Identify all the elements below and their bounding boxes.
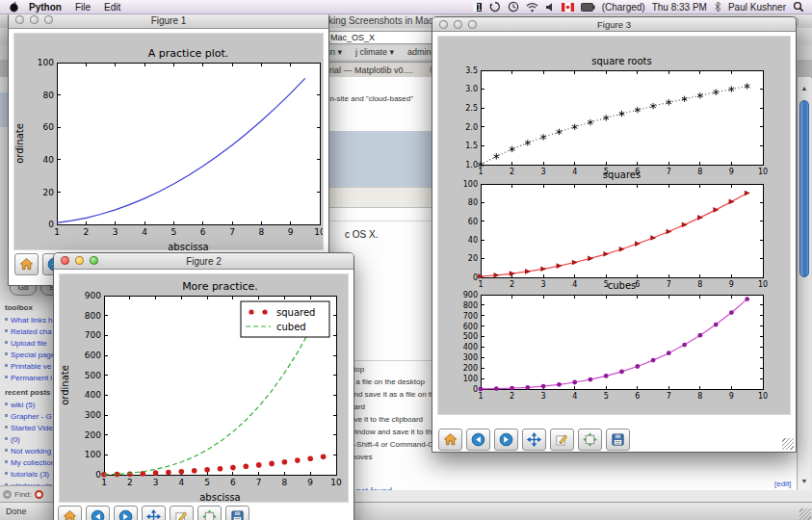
- svg-text:10: 10: [330, 478, 342, 487]
- save-button[interactable]: [225, 506, 249, 520]
- svg-text:600: 600: [85, 351, 101, 360]
- svg-text:9: 9: [307, 478, 313, 487]
- page-list-line: ktop: [350, 365, 442, 377]
- bluetooth-icon[interactable]: [714, 1, 721, 13]
- menu-python[interactable]: Python: [29, 2, 62, 13]
- close-button[interactable]: [439, 20, 448, 29]
- svg-text:60: 60: [468, 218, 478, 226]
- toolbox-link[interactable]: What links h: [5, 316, 55, 327]
- svg-text:0: 0: [95, 470, 101, 480]
- apple-menu[interactable]: [9, 1, 19, 13]
- toolbox-link[interactable]: Permanent l: [5, 374, 55, 385]
- pan-icon: [146, 509, 161, 520]
- recent-post-link[interactable]: (0): [5, 435, 55, 447]
- save-icon: [230, 509, 245, 520]
- svg-text:200: 200: [85, 430, 101, 440]
- svg-text:7: 7: [229, 227, 235, 237]
- svg-text:5: 5: [170, 227, 176, 237]
- zoom-button[interactable]: [170, 506, 194, 520]
- minimize-button[interactable]: [30, 15, 39, 24]
- not-found-link[interactable]: e not found: [349, 486, 392, 490]
- recent-post-link[interactable]: My collection: [5, 458, 55, 470]
- home-icon: [63, 509, 77, 520]
- svg-text:100: 100: [38, 58, 54, 67]
- subplots-button[interactable]: [197, 506, 222, 520]
- browser-scrollbar: ▲ ▼: [797, 77, 811, 490]
- pan-button[interactable]: [142, 506, 166, 520]
- svg-text:300: 300: [463, 353, 478, 362]
- recent-post-link[interactable]: wiki (5): [5, 401, 55, 412]
- zoom-button[interactable]: [550, 429, 574, 451]
- zoom-icon: [555, 432, 569, 447]
- forward-button[interactable]: [494, 429, 518, 451]
- svg-text:7: 7: [667, 392, 671, 401]
- volume-icon[interactable]: [545, 2, 555, 13]
- recent-post-link[interactable]: Not working: [5, 447, 55, 458]
- toolbox-link[interactable]: Related cha: [5, 327, 55, 339]
- spotlight-icon[interactable]: [793, 1, 804, 13]
- svg-text:100: 100: [463, 375, 478, 383]
- minimize-button[interactable]: [75, 256, 84, 265]
- figure1-titlebar[interactable]: Figure 1: [9, 13, 328, 29]
- find-field-icon[interactable]: [35, 490, 43, 499]
- forward-button[interactable]: [114, 506, 138, 520]
- wifi-icon[interactable]: [526, 2, 538, 13]
- figure3-resize-grip[interactable]: [782, 438, 794, 450]
- svg-text:2: 2: [510, 392, 514, 401]
- pan-button[interactable]: [522, 429, 546, 451]
- svg-text:100: 100: [463, 180, 478, 189]
- figure2-titlebar[interactable]: Figure 2: [54, 253, 354, 270]
- tab-matplotlib-tutorial[interactable]: orial — Matplotlib v0.... ×: [320, 62, 443, 77]
- battery-icon[interactable]: [581, 3, 595, 12]
- url-field[interactable]: _Mac_OS_X: [322, 31, 445, 44]
- app-window-icon[interactable]: 1: [472, 2, 483, 13]
- home-button[interactable]: [14, 253, 39, 275]
- save-button[interactable]: [606, 429, 630, 451]
- home-button[interactable]: [58, 506, 82, 520]
- zoom-button[interactable]: [468, 20, 477, 29]
- figure2-toolbar: [58, 506, 249, 520]
- svg-text:8: 8: [282, 478, 288, 487]
- back-button[interactable]: [466, 429, 490, 451]
- menu-username[interactable]: Paul Kushner: [728, 2, 786, 13]
- browser-resize-grip[interactable]: [799, 508, 811, 520]
- svg-text:3: 3: [153, 478, 159, 487]
- edit-link[interactable]: [edit]: [774, 480, 791, 488]
- svg-text:200: 200: [463, 364, 478, 373]
- status-text: Done: [6, 507, 27, 516]
- recent-post-link[interactable]: Grapher - G: [5, 412, 55, 424]
- close-button[interactable]: [61, 256, 69, 265]
- close-button[interactable]: [15, 15, 24, 24]
- find-close-icon[interactable]: ×: [3, 490, 12, 499]
- svg-text:1: 1: [477, 3, 482, 12]
- menu-edit[interactable]: Edit: [104, 2, 120, 13]
- page-list-line: ave it to the clipboard: [350, 415, 442, 428]
- scroll-down-icon[interactable]: ▼: [799, 478, 809, 484]
- time-machine-icon[interactable]: [508, 1, 519, 13]
- sync-icon[interactable]: [489, 1, 501, 13]
- scroll-up-icon[interactable]: ▲: [799, 85, 809, 91]
- scrollbar-thumb[interactable]: [799, 100, 809, 277]
- svg-text:2.5: 2.5: [465, 104, 478, 113]
- desktop: Python File Edit 1 (Charged) Thu 8:33 PM…: [0, 0, 812, 520]
- figure2-window-title: Figure 2: [186, 256, 222, 267]
- subplots-button[interactable]: [578, 429, 602, 451]
- menu-file[interactable]: File: [75, 2, 91, 13]
- canada-flag-icon[interactable]: [562, 3, 574, 12]
- toolbox-link[interactable]: Printable ve: [5, 362, 55, 374]
- figure3-titlebar[interactable]: Figure 3: [432, 17, 796, 32]
- svg-text:0: 0: [48, 220, 54, 229]
- zoom-button[interactable]: [44, 15, 53, 24]
- menu-clock[interactable]: Thu 8:33 PM: [652, 2, 707, 13]
- back-button[interactable]: [86, 506, 110, 520]
- recent-post-link[interactable]: Started Vide: [5, 424, 55, 435]
- recent-post-link[interactable]: tutorials (3): [5, 470, 55, 481]
- minimize-button[interactable]: [454, 20, 462, 29]
- home-button[interactable]: [438, 429, 462, 451]
- toolbox-link[interactable]: Upload file: [5, 339, 55, 351]
- bookmark-item[interactable]: j climate ▾: [355, 47, 394, 57]
- figure1-window-title: Figure 1: [151, 15, 187, 26]
- figure3-cubes-plot: 123456789100100200300400500600700800900c…: [440, 278, 788, 402]
- toolbox-link[interactable]: Special page: [5, 351, 55, 362]
- zoom-button[interactable]: [90, 256, 98, 265]
